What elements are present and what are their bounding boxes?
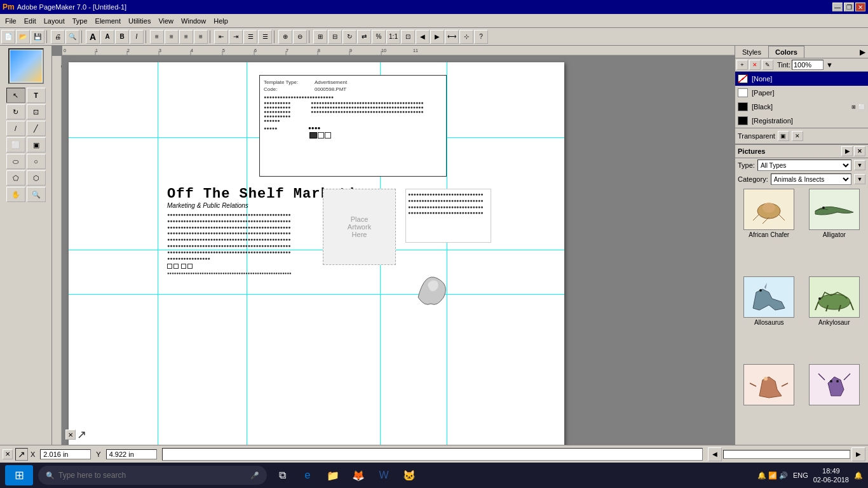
transparent-btn2[interactable]: ✕ [792, 131, 803, 141]
menu-window[interactable]: Window [177, 16, 210, 26]
tab-colors[interactable]: Colors [768, 46, 804, 58]
color-item-black[interactable]: [Black] ⊞ ⬜ [735, 100, 868, 114]
notification-btn[interactable]: 🔔 [854, 471, 863, 480]
text-large-btn[interactable]: A [86, 30, 100, 44]
pic-item-allosaurus[interactable]: Allosaurus [738, 276, 801, 362]
rect-tool[interactable]: ⬜ [6, 137, 25, 152]
pic-item-ankylosaur[interactable]: Ankylosaur [803, 276, 866, 362]
menu-view[interactable]: View [154, 16, 177, 26]
list-btn[interactable]: ☰ [243, 30, 257, 44]
zoom-pct-btn[interactable]: % [372, 30, 386, 44]
new-btn[interactable]: 📄 [1, 30, 15, 44]
poly-tool[interactable]: ⬠ [6, 170, 25, 186]
edge-btn[interactable]: e [297, 465, 318, 485]
pics-expand-btn[interactable]: ▶ [841, 146, 853, 156]
open-btn[interactable]: 📂 [16, 30, 30, 44]
bold-btn[interactable]: B [115, 30, 129, 44]
justify-btn[interactable]: ≡ [194, 30, 208, 44]
text-tool[interactable]: T [27, 88, 46, 103]
indent-dec-btn[interactable]: ⇤ [214, 30, 228, 44]
close-btn[interactable]: ✕ [855, 3, 865, 11]
canvas-area[interactable]: 0 1 2 3 4 5 6 7 8 9 10 11 [52, 46, 735, 445]
menu-file[interactable]: File [1, 16, 20, 26]
pic-item-alligator[interactable]: Alligator [803, 189, 866, 274]
type-select[interactable]: All Types [757, 159, 851, 171]
align-left-btn[interactable]: ≡ [150, 30, 164, 44]
rotate-btn[interactable]: ↻ [342, 30, 356, 44]
circle-tool[interactable]: ○ [27, 154, 46, 169]
tint-input[interactable] [792, 60, 824, 70]
poly2-tool[interactable]: ⬡ [27, 170, 46, 186]
minimize-btn[interactable]: — [832, 3, 843, 11]
word-btn[interactable]: W [374, 465, 394, 485]
type-arrow[interactable]: ▼ [854, 160, 865, 170]
zoom-in-btn[interactable]: ⊕ [278, 30, 292, 44]
select-tool[interactable]: ↖ [6, 88, 25, 103]
menu-type[interactable]: Type [69, 16, 92, 26]
snap-btn[interactable]: ⊞ [313, 30, 327, 44]
rotate-tool[interactable]: ↻ [6, 104, 25, 119]
align-right-btn[interactable]: ≡ [179, 30, 193, 44]
coords-btn[interactable]: ⊹ [459, 30, 473, 44]
nav-next-btn[interactable]: ▶ [430, 30, 444, 44]
italic-btn[interactable]: I [130, 30, 144, 44]
zoom-fit-btn[interactable]: ⊡ [401, 30, 415, 44]
text-small-btn[interactable]: A [100, 30, 114, 44]
scroll-bar[interactable] [723, 450, 850, 459]
app-btn[interactable]: 🐱 [399, 465, 419, 485]
zoom-actual-btn[interactable]: 1:1 [386, 30, 400, 44]
pic-item-animal5[interactable] [738, 364, 801, 442]
explorer-btn[interactable]: 📁 [323, 465, 343, 485]
list2-btn[interactable]: ☰ [258, 30, 272, 44]
pic-item-african-chafer[interactable]: African Chafer [738, 189, 801, 274]
category-select[interactable]: Animals & Insects [771, 173, 851, 185]
menu-layout[interactable]: Layout [40, 16, 69, 26]
constrained-tool[interactable]: ╱ [27, 121, 46, 136]
menu-edit[interactable]: Edit [20, 16, 40, 26]
pic-item-animal6[interactable] [803, 364, 866, 442]
indent-inc-btn[interactable]: ⇥ [229, 30, 243, 44]
task-view-btn[interactable]: ⧉ [272, 465, 292, 485]
category-arrow[interactable]: ▼ [854, 174, 865, 184]
menu-utilities[interactable]: Utilities [125, 16, 154, 26]
panel-arrow[interactable]: ▶ [860, 48, 865, 57]
scroll-left-btn[interactable]: ◀ [708, 447, 722, 461]
transparent-btn1[interactable]: ▣ [778, 131, 789, 141]
color-item-none[interactable]: [None] [735, 72, 868, 86]
zoom-tool[interactable]: 🔍 [27, 187, 46, 202]
color-item-paper[interactable]: [Paper] [735, 86, 868, 100]
canvas-content[interactable]: Template Type: Advertisement Code: 00005… [62, 56, 735, 445]
ellipse-tool[interactable]: ⬭ [6, 154, 25, 169]
search-bar[interactable]: 🔍 🎤 [38, 466, 267, 485]
scroll-right-btn[interactable]: ▶ [851, 447, 865, 461]
start-button[interactable]: ⊞ [5, 465, 33, 485]
edit-color-btn[interactable]: ✎ [762, 60, 773, 70]
menu-help[interactable]: Help [210, 16, 232, 26]
print-btn[interactable]: 🖨 [51, 30, 65, 44]
measure-btn[interactable]: ⟷ [445, 30, 459, 44]
pics-close-btn[interactable]: ✕ [854, 146, 865, 156]
menu-element[interactable]: Element [92, 16, 125, 26]
tab-styles[interactable]: Styles [735, 46, 768, 58]
save-btn[interactable]: 💾 [31, 30, 44, 44]
find-btn[interactable]: 🔍 [65, 30, 79, 44]
grid-btn[interactable]: ⊟ [328, 30, 342, 44]
rect2-tool[interactable]: ▣ [27, 137, 46, 152]
hand-tool[interactable]: ✋ [6, 187, 25, 202]
new-color-btn[interactable]: + [736, 60, 748, 70]
close-coord-btn[interactable]: ✕ [3, 449, 13, 459]
delete-color-btn[interactable]: ✕ [749, 60, 761, 70]
tint-arrow[interactable]: ▼ [826, 61, 833, 69]
flip-btn[interactable]: ⇄ [357, 30, 371, 44]
restore-btn[interactable]: ❐ [844, 3, 854, 11]
window-controls[interactable]: — ❐ ✕ [832, 3, 865, 11]
help-btn[interactable]: ? [474, 30, 488, 44]
firefox-btn[interactable]: 🦊 [348, 465, 369, 485]
search-input[interactable] [58, 471, 247, 480]
align-center-btn[interactable]: ≡ [165, 30, 179, 44]
color-item-registration[interactable]: [Registration] [735, 114, 868, 128]
line-tool[interactable]: / [6, 121, 25, 136]
nav-prev-btn[interactable]: ◀ [416, 30, 430, 44]
crop-tool[interactable]: ⊡ [27, 104, 46, 119]
zoom-out-btn[interactable]: ⊖ [293, 30, 307, 44]
